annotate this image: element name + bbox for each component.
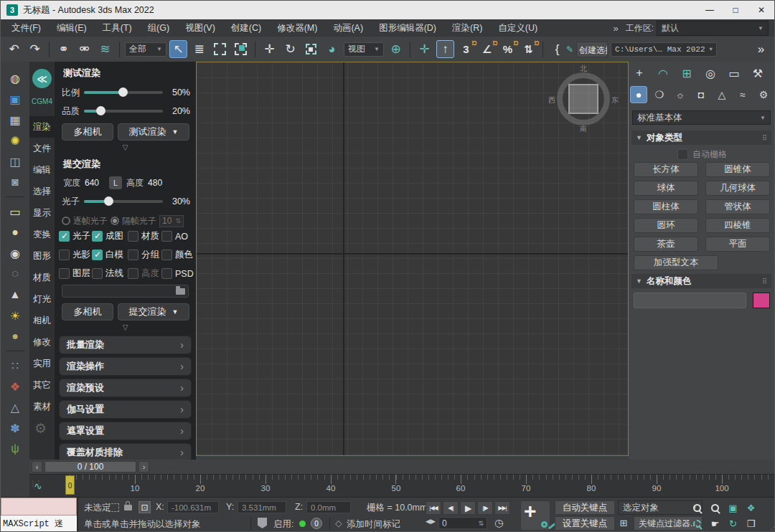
next-frame-button[interactable]: ||▶ (477, 501, 493, 515)
x-coordinate-field[interactable]: -100.631m (167, 501, 219, 513)
scatter-cubes-icon[interactable]: ∷ (7, 358, 23, 374)
menu-group[interactable]: 组(G) (140, 19, 178, 37)
resize-grip-icon[interactable]: ⋰ (769, 526, 774, 532)
checkbox-icon[interactable] (92, 250, 103, 260)
compass-east-label[interactable]: 东 (611, 95, 619, 105)
previous-frame-arrow[interactable]: ‹ (32, 461, 42, 472)
option-normal[interactable]: 法线 (92, 267, 128, 280)
unlink-selection-button[interactable]: ⚮ (75, 40, 93, 58)
sphere-ring-icon[interactable]: ◉ (7, 245, 23, 261)
cgm4-tab-edit[interactable]: 编辑 (29, 159, 55, 181)
scale-slider[interactable] (84, 91, 163, 94)
menu-tools[interactable]: 工具(T) (95, 19, 140, 37)
mini-curve-editor-icon[interactable]: ∿ (34, 480, 42, 492)
track-bar[interactable]: ⋮⋮ ∿ 10 20 30 40 50 60 70 80 90 100 0 (29, 474, 775, 498)
rectangular-selection-region-button[interactable] (211, 40, 229, 58)
maximize-button[interactable]: □ (723, 1, 748, 19)
select-by-name-button[interactable]: ≣ (190, 40, 208, 58)
geometry-category-dropdown[interactable]: 标准基本体 ▼ (632, 110, 771, 125)
render-frame-window-icon[interactable]: ▦ (7, 112, 23, 128)
sphere-button[interactable]: 球体 (634, 181, 698, 196)
lights-category-button[interactable]: ☼ (672, 86, 689, 103)
slider-thumb[interactable] (104, 196, 113, 206)
zoom-region-icon[interactable] (690, 516, 705, 531)
menu-animation[interactable]: 动画(A) (325, 19, 371, 37)
width-value[interactable]: 640 (85, 178, 99, 188)
set-key-big-button[interactable]: + (520, 500, 550, 531)
angle-snap-toggle[interactable]: ∠ (478, 40, 496, 58)
use-pivot-point-center-button[interactable]: ⊕ (387, 40, 405, 58)
select-and-place-button[interactable]: ◕ (323, 40, 341, 58)
camera-speaker-icon[interactable]: ◙ (7, 174, 23, 190)
maxscript-mini-listener[interactable]: MAXScript 迷 (1, 498, 78, 532)
auto-key-button[interactable]: 自动关键点 (555, 500, 615, 515)
cgm4-tab-camera[interactable]: 相机 (29, 310, 55, 331)
keyboard-shortcut-override-toggle[interactable]: ↑ (436, 40, 454, 58)
display-tab[interactable]: ▭ (725, 65, 743, 82)
utilities-tab[interactable]: ⚒ (748, 65, 767, 82)
test-render-button[interactable]: 测试渲染 ▼ (118, 123, 189, 141)
compass-west-label[interactable]: 西 (548, 95, 555, 105)
go-to-start-button[interactable]: |◀◀ (426, 501, 441, 515)
hierarchy-tab[interactable]: ⊞ (677, 65, 696, 82)
rollout-render-presets[interactable]: 渲染预设› (59, 379, 192, 397)
helpers-category-button[interactable]: △ (713, 86, 731, 103)
rollup-collapse-chevron[interactable]: ▽ (55, 144, 196, 153)
create-tab[interactable]: + (630, 65, 649, 82)
cgm4-tab-display[interactable]: 显示 (29, 202, 55, 224)
option-color[interactable]: 颜色 (161, 249, 193, 261)
frame-nudge-arrows[interactable]: ◀▶ (426, 518, 436, 525)
submit-render-button[interactable]: 提交渲染 ▼ (118, 303, 189, 320)
motion-tab[interactable]: ◎ (701, 65, 720, 82)
cone-button[interactable]: 圆锥体 (705, 162, 770, 177)
menu-edit[interactable]: 编辑(E) (49, 19, 95, 37)
checkbox-icon[interactable] (59, 231, 70, 242)
y-coordinate-field[interactable]: 3.531mm (238, 501, 286, 513)
next-frame-arrow[interactable]: › (138, 461, 149, 472)
selection-filter-dropdown[interactable]: 全部 ▼ (125, 42, 166, 57)
select-and-rotate-button[interactable]: ↻ (281, 40, 299, 58)
tube-button[interactable]: 管状体 (705, 199, 770, 214)
skip-frame-photon-radio[interactable] (111, 217, 119, 225)
option-group[interactable]: 分组 (128, 249, 161, 261)
cgm4-tab-shapes[interactable]: 图形 (29, 245, 55, 267)
percent-snap-toggle[interactable]: % (499, 40, 517, 58)
maxscript-macro-line[interactable] (1, 498, 77, 516)
checkbox-icon[interactable] (161, 250, 172, 260)
menu-customize[interactable]: 自定义(U) (490, 19, 545, 37)
rollup-collapse-chevron[interactable]: ▽ (55, 324, 196, 333)
photon-slider[interactable] (84, 200, 163, 203)
option-psd[interactable]: PSD (161, 267, 193, 280)
checkbox-icon[interactable] (161, 231, 172, 242)
spinner-snap-toggle[interactable]: ⇅ (520, 40, 537, 58)
close-button[interactable]: ✕ (748, 1, 774, 19)
pyramid-button[interactable]: 四棱锥 (705, 218, 770, 233)
pyramid-wire-icon[interactable]: △ (7, 399, 23, 415)
per-frame-photon-radio[interactable] (62, 217, 70, 225)
modify-tab[interactable]: ◠ (654, 65, 672, 82)
menu-modifiers[interactable]: 修改器(M) (269, 19, 325, 37)
compass-north-label[interactable]: 北 (580, 64, 587, 74)
cgm4-tab-assets[interactable]: 素材 (29, 396, 55, 417)
cylinder-button[interactable]: 圆柱体 (634, 199, 698, 214)
height-value[interactable]: 480 (148, 178, 162, 188)
window-crossing-toggle[interactable] (232, 40, 250, 58)
pan-hand-icon[interactable]: ☛ (708, 516, 723, 531)
zoom-extents-icon[interactable]: ▣ (725, 500, 741, 515)
menu-create[interactable]: 创建(C) (223, 19, 269, 37)
cgm4-tab-file[interactable]: 文件 (29, 138, 55, 159)
absolute-mode-coordinate-icon[interactable]: ⊡ (138, 501, 151, 513)
teapot-render-icon[interactable]: ◍ (7, 70, 23, 86)
torus-button[interactable]: 圆环 (634, 218, 698, 233)
checkbox-icon[interactable] (59, 268, 70, 279)
name-color-rollout-header[interactable]: ▼ 名称和颜色 ⠿ (631, 274, 771, 288)
checkbox-icon[interactable] (92, 231, 103, 242)
shapes-category-button[interactable]: ❍ (651, 86, 668, 103)
previous-frame-button[interactable]: ◀|| (443, 501, 459, 515)
checkbox-icon[interactable] (128, 231, 138, 242)
option-layer[interactable]: 图层 (59, 267, 92, 280)
batch-camera-icon[interactable]: ◫ (7, 153, 23, 169)
rollout-mask-settings[interactable]: 遮罩设置› (59, 422, 192, 440)
menu-file[interactable]: 文件(F) (4, 19, 49, 37)
select-and-scale-button[interactable] (302, 40, 320, 58)
